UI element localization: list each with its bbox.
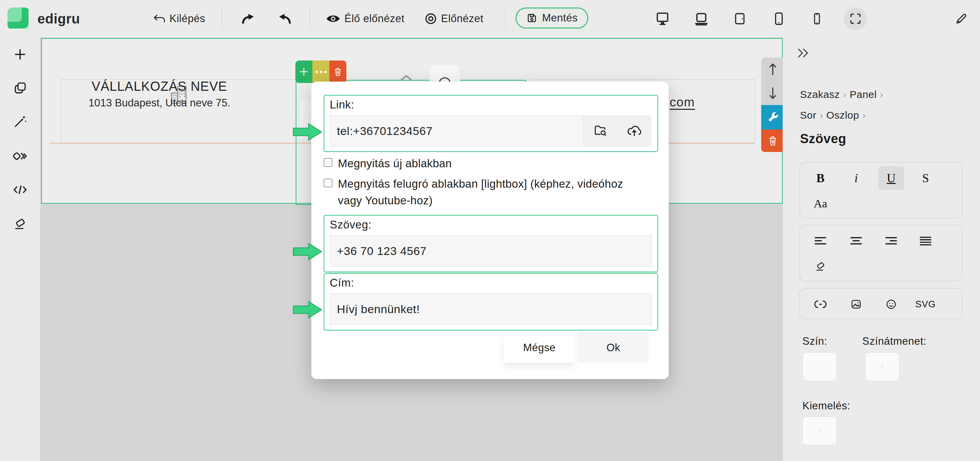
chevron-up-icon[interactable] [399, 74, 414, 82]
element-delete-button[interactable] [761, 130, 784, 152]
wrench-icon [766, 111, 779, 124]
link-label: Link: [330, 98, 354, 111]
underline-button[interactable]: U [878, 166, 904, 190]
save-button[interactable]: Mentés [515, 8, 588, 29]
live-preview-label: Élő előnézet [344, 13, 404, 25]
link-input-actions [583, 115, 651, 147]
text-style-box: B i U S Aa [799, 162, 963, 218]
eraser-icon [815, 261, 826, 272]
logo-text: edigru [37, 11, 80, 27]
edit-mode-button[interactable] [949, 0, 973, 37]
cancel-button[interactable]: Mégse [504, 333, 575, 363]
move-down-button[interactable] [767, 86, 778, 100]
breadcrumb-panel[interactable]: Panel [850, 89, 877, 100]
add-block-button[interactable] [0, 42, 40, 67]
more-options-button[interactable] [312, 60, 329, 83]
insert-image-button[interactable] [843, 292, 869, 316]
title-input[interactable] [330, 293, 652, 325]
breadcrumb-section[interactable]: Szakasz [800, 89, 840, 100]
text-color-swatch[interactable] [802, 352, 837, 381]
code-icon [13, 183, 27, 196]
company-block[interactable]: VÁLLALKOZÁS NEVE 1013 Budapest, Utca nev… [62, 79, 256, 109]
divider [310, 9, 310, 29]
pencil-icon [954, 12, 968, 25]
logo: edigru [37, 0, 80, 37]
browse-files-button[interactable] [593, 124, 608, 138]
breadcrumb-column[interactable]: Oszlop [826, 109, 859, 121]
text-case-button[interactable]: Aa [808, 192, 833, 215]
text-input[interactable] [330, 235, 652, 266]
device-desktop-button[interactable] [651, 0, 675, 37]
clear-format-button[interactable] [808, 255, 833, 279]
company-name: VÁLLALKOZÁS NEVE [62, 79, 256, 94]
preview-button[interactable]: Előnézet [425, 0, 484, 37]
image-icon [850, 298, 862, 310]
collapse-panel-button[interactable] [796, 47, 810, 59]
open-lightbox-option: Megnyitás felugró ablakban [lightbox] (k… [324, 176, 643, 209]
add-element-button[interactable] [295, 60, 312, 83]
align-center-button[interactable] [843, 229, 869, 253]
fullscreen-button[interactable] [844, 7, 867, 30]
trash-icon [767, 135, 778, 147]
live-preview-button[interactable]: Élő előnézet [326, 0, 404, 37]
tablet-icon [733, 11, 747, 26]
company-address: 1013 Budapest, Utca neve 75. [62, 97, 256, 109]
text-field-group: Szöveg: [324, 215, 658, 272]
device-tablet-portrait-button[interactable] [767, 0, 791, 37]
phone-icon [811, 12, 824, 25]
pages-button[interactable] [0, 76, 40, 100]
link-input[interactable] [330, 115, 583, 147]
editor-app: VÁLLALKOZÁS NEVE 1013 Budapest, Utca nev… [0, 0, 980, 461]
delete-element-button[interactable] [329, 60, 347, 83]
align-justify-button[interactable] [913, 229, 939, 253]
desktop-icon [655, 11, 670, 27]
strikethrough-button[interactable]: S [913, 166, 939, 190]
open-new-window-checkbox[interactable] [324, 158, 332, 167]
link-editor-dialog: Link: Megnyitás új ablakban Megnyitás fe… [311, 82, 669, 379]
email-link-partial[interactable]: com [670, 95, 695, 109]
link-icon [814, 299, 827, 309]
align-right-button[interactable] [878, 229, 904, 253]
arrow-up-icon [767, 62, 778, 76]
chevrons-right-icon [796, 47, 810, 59]
highlight-swatch[interactable] [802, 417, 837, 445]
left-toolbar [0, 37, 40, 461]
ok-button[interactable]: Ok [578, 333, 649, 363]
insert-link-button[interactable] [808, 292, 833, 316]
undo-button[interactable] [240, 0, 255, 37]
device-tablet-landscape-button[interactable] [728, 0, 752, 37]
open-new-window-label: Megnyitás új ablakban [338, 155, 452, 172]
pointer-arrow-title [293, 299, 323, 320]
upload-button[interactable] [627, 123, 642, 139]
italic-button[interactable]: i [843, 166, 869, 190]
bold-button[interactable]: B [808, 166, 833, 190]
tablet-portrait-icon [772, 11, 786, 26]
move-up-button[interactable] [767, 62, 778, 76]
align-left-button[interactable] [808, 229, 833, 253]
plus-icon [13, 47, 27, 62]
title-field-group: Cím: [324, 273, 658, 330]
redo-button[interactable] [278, 0, 293, 37]
device-laptop-button[interactable] [689, 0, 713, 37]
divider [222, 9, 222, 29]
device-phone-button[interactable] [805, 0, 829, 37]
element-toolbar [295, 60, 347, 83]
gradient-swatch[interactable] [865, 352, 899, 381]
open-lightbox-checkbox[interactable] [324, 179, 332, 187]
move-controls [761, 57, 784, 105]
text-label: Szöveg: [330, 218, 372, 231]
link-field-group: Link: [324, 95, 658, 152]
design-wand-button[interactable] [0, 109, 40, 134]
pointer-arrow-link [293, 122, 323, 142]
inspector-panel: Szakasz›Panel› Sor›Oszlop› Szöveg B i U … [783, 37, 980, 461]
code-button[interactable] [0, 177, 40, 202]
align-justify-icon [920, 236, 932, 246]
eraser-button[interactable] [0, 212, 40, 236]
exit-button[interactable]: Kilépés [153, 0, 205, 37]
animations-button[interactable] [0, 144, 40, 168]
insert-svg-button[interactable]: SVG [913, 292, 939, 316]
element-settings-button[interactable] [761, 105, 784, 130]
insert-box: SVG [799, 288, 963, 319]
breadcrumb-row[interactable]: Sor [800, 109, 816, 121]
insert-emoji-button[interactable] [878, 292, 904, 316]
